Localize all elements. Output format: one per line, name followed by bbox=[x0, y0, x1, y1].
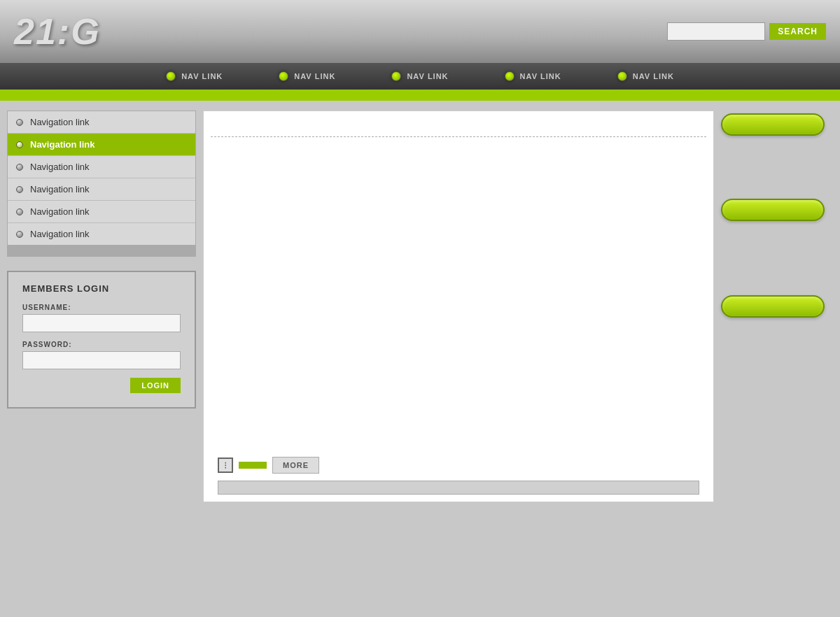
sidebar-item-2[interactable]: Navigation link bbox=[8, 134, 195, 156]
sidebar-dot-5 bbox=[16, 208, 23, 215]
nav-label-3: NAV LINK bbox=[407, 72, 448, 80]
right-button-3[interactable] bbox=[721, 295, 825, 318]
username-input[interactable] bbox=[22, 314, 181, 332]
nav-list-footer bbox=[7, 246, 196, 257]
nav-dot-4 bbox=[505, 71, 514, 81]
search-input[interactable] bbox=[667, 22, 765, 41]
login-box: MEMBERS LOGIN USERNAME: PASSWORD: LOGIN bbox=[7, 271, 196, 409]
login-button[interactable]: LOGIN bbox=[130, 378, 181, 393]
sidebar-item-1[interactable]: Navigation link bbox=[8, 111, 195, 134]
right-button-2[interactable] bbox=[721, 199, 825, 221]
center-bottom-controls: ⁝ MORE bbox=[204, 457, 713, 474]
login-title: MEMBERS LOGIN bbox=[22, 283, 181, 294]
nav-item-5[interactable]: NAV LINK bbox=[589, 71, 702, 81]
green-accent-bar bbox=[0, 90, 840, 101]
nav-dot-3 bbox=[391, 71, 401, 81]
nav-dot-1 bbox=[166, 71, 176, 81]
nav-dot-5 bbox=[617, 71, 627, 81]
sidebar-label-5: Navigation link bbox=[30, 206, 90, 217]
right-spacer-1 bbox=[721, 136, 833, 199]
center-content: ⁝ MORE bbox=[203, 111, 714, 502]
sidebar-label-4: Navigation link bbox=[30, 184, 90, 194]
search-area: SEARCH bbox=[667, 22, 826, 41]
nav-label-2: NAV LINK bbox=[294, 72, 335, 80]
main-content: Navigation link Navigation link Navigati… bbox=[0, 101, 840, 509]
password-label: PASSWORD: bbox=[22, 341, 181, 348]
sidebar-item-4[interactable]: Navigation link bbox=[8, 178, 195, 201]
nav-item-2[interactable]: NAV LINK bbox=[251, 71, 363, 81]
right-button-1[interactable] bbox=[721, 113, 825, 136]
nav-label-5: NAV LINK bbox=[633, 72, 674, 80]
left-sidebar: Navigation link Navigation link Navigati… bbox=[7, 111, 196, 502]
logo: 21:G bbox=[14, 10, 101, 52]
action-button[interactable] bbox=[239, 462, 267, 469]
sidebar-item-5[interactable]: Navigation link bbox=[8, 201, 195, 223]
progress-bar bbox=[218, 481, 699, 495]
header: 21:G SEARCH bbox=[0, 0, 840, 63]
right-sidebar bbox=[721, 111, 833, 502]
nav-label-1: NAV LINK bbox=[181, 72, 223, 80]
nav-label-4: NAV LINK bbox=[520, 72, 561, 80]
nav-list: Navigation link Navigation link Navigati… bbox=[7, 111, 196, 246]
sidebar-item-6[interactable]: Navigation link bbox=[8, 223, 195, 245]
right-spacer-2 bbox=[721, 221, 833, 295]
more-button[interactable]: MORE bbox=[272, 457, 319, 474]
nav-item-4[interactable]: NAV LINK bbox=[477, 71, 589, 81]
sidebar-label-1: Navigation link bbox=[30, 117, 90, 127]
sidebar-dot-4 bbox=[16, 186, 23, 193]
sidebar-label-6: Navigation link bbox=[30, 229, 90, 239]
navbar: NAV LINK NAV LINK NAV LINK NAV LINK NAV … bbox=[0, 63, 840, 90]
dashed-divider bbox=[211, 136, 706, 137]
nav-dot-2 bbox=[279, 71, 288, 81]
sidebar-dot-1 bbox=[16, 119, 23, 126]
sidebar-item-3[interactable]: Navigation link bbox=[8, 156, 195, 178]
pager-icon: ⁝ bbox=[218, 458, 233, 473]
sidebar-dot-3 bbox=[16, 164, 23, 171]
nav-item-3[interactable]: NAV LINK bbox=[363, 71, 476, 81]
sidebar-label-3: Navigation link bbox=[30, 162, 90, 172]
search-button[interactable]: SEARCH bbox=[769, 23, 826, 40]
sidebar-dot-6 bbox=[16, 231, 23, 238]
username-label: USERNAME: bbox=[22, 304, 181, 311]
sidebar-label-2: Navigation link bbox=[30, 139, 94, 150]
password-input[interactable] bbox=[22, 351, 181, 369]
nav-item-1[interactable]: NAV LINK bbox=[138, 71, 251, 81]
sidebar-dot-2 bbox=[16, 141, 23, 148]
